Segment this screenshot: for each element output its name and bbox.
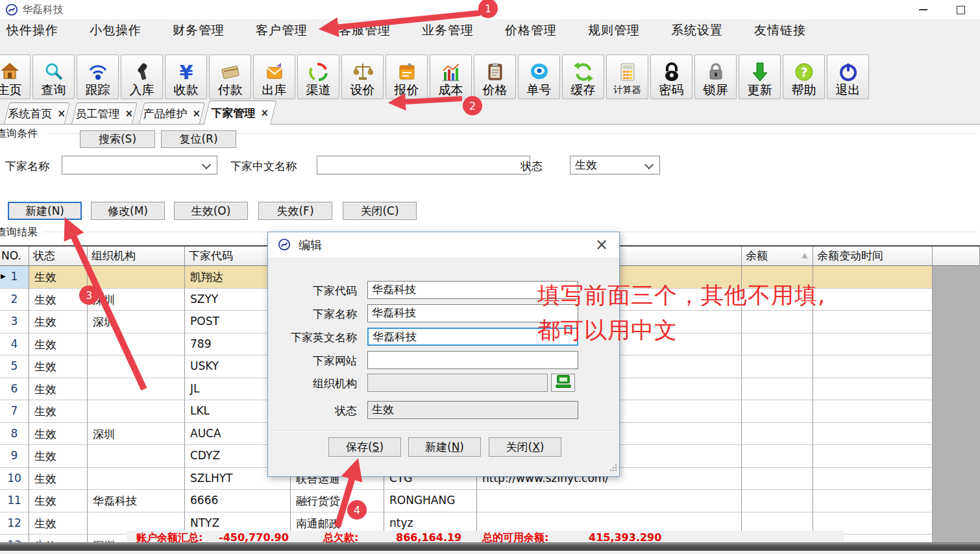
reset-button[interactable]: 复位(R) <box>161 130 236 148</box>
cell-status: 生效 <box>29 311 88 333</box>
status-combobox[interactable]: 生效 <box>570 156 660 175</box>
edit-dialog: 编辑 × 下家代码华磊科技下家名称华磊科技下家英文名称华磊科技下家网站组织机构状… <box>267 232 620 477</box>
column-header-org[interactable]: 组织机构 <box>88 247 185 266</box>
toolbar-button-label: 价格 <box>483 83 508 97</box>
cell-org <box>88 378 185 401</box>
tab-close-icon[interactable]: × <box>125 109 134 119</box>
bottom-scroll-bar[interactable] <box>0 542 980 551</box>
downstream-cn-name-input[interactable] <box>317 156 530 175</box>
search-button[interactable]: 搜索(S) <box>80 130 155 148</box>
action-button-0[interactable]: 新建(N) <box>8 202 82 220</box>
toolbar-button-6[interactable]: 出库 <box>253 54 295 99</box>
menu-item-7[interactable]: 规则管理 <box>588 22 640 39</box>
dialog-field-label-4: 组织机构 <box>269 376 357 391</box>
downstream-name-combobox[interactable] <box>62 156 217 175</box>
menu-item-1[interactable]: 小包操作 <box>90 22 141 39</box>
card-icon <box>220 61 241 83</box>
toolbar-button-9[interactable]: 报价 <box>386 54 428 99</box>
column-header-balance_time[interactable]: 余额变动时间 <box>813 247 933 266</box>
resize-grip-icon[interactable] <box>609 462 617 474</box>
channel-cycle-icon <box>308 61 329 83</box>
menu-item-6[interactable]: 价格管理 <box>505 22 557 39</box>
toolbar-button-2[interactable]: 跟踪 <box>77 54 119 99</box>
cell-status: 生效 <box>29 423 88 446</box>
column-header-balance[interactable]: 余额▲ <box>742 247 813 266</box>
tab-2[interactable]: 产品维护× <box>139 102 205 124</box>
toolbar-button-3[interactable]: 入库 <box>121 54 163 99</box>
home-icon <box>0 61 20 83</box>
current-row-marker: ▶ <box>1 272 6 280</box>
toolbar-button-16[interactable]: 锁屏 <box>694 54 737 99</box>
cell-status: 生效 <box>29 512 88 535</box>
tab-0[interactable]: 系统首页× <box>4 102 70 124</box>
action-button-1[interactable]: 修改(M) <box>91 202 165 220</box>
toolbar-button-5[interactable]: 付款 <box>209 54 251 99</box>
toolbar-button-12[interactable]: 单号 <box>518 54 560 99</box>
column-header-label: 状态 <box>33 249 55 262</box>
toolbar-button-label: 帮助 <box>792 83 816 97</box>
tab-label: 员工管理 <box>76 106 120 121</box>
column-header-status[interactable]: 状态 <box>29 247 88 266</box>
app-logo-icon <box>5 3 18 16</box>
toolbar-button-0[interactable]: 主页 <box>0 54 31 99</box>
cell-balance <box>742 468 813 490</box>
dialog-titlebar: 编辑 × <box>268 232 619 258</box>
dialog-field-input-5: 生效 <box>367 401 578 419</box>
downstream-cn-name-label: 下家中文名称 <box>230 159 297 174</box>
action-button-2[interactable]: 生效(O) <box>174 202 248 220</box>
menu-item-5[interactable]: 业务管理 <box>422 22 474 39</box>
table-row[interactable]: 11生效华磊科技6666融行货贷RONGHANG <box>0 490 980 512</box>
cell-org: 华磊科技 <box>88 490 185 512</box>
cell-no: 2 <box>0 289 29 311</box>
tab-3[interactable]: 下家管理× <box>203 101 276 125</box>
menu-item-4[interactable]: 客服管理 <box>339 22 391 39</box>
column-header-label: NO. <box>1 249 21 262</box>
toolbar-button-18[interactable]: ?帮助 <box>783 54 825 99</box>
tab-label: 下家管理 <box>212 106 256 121</box>
toolbar-button-4[interactable]: ¥收款 <box>165 54 207 99</box>
menu-item-9[interactable]: 友情链接 <box>754 22 806 39</box>
minimize-button[interactable] <box>909 0 938 19</box>
toolbar-button-11[interactable]: 价格 <box>474 54 516 99</box>
cost-chart-icon <box>441 61 461 83</box>
action-button-3[interactable]: 失效(F) <box>258 202 332 220</box>
dialog-field-input-3[interactable] <box>367 351 578 369</box>
toolbar-button-10[interactable]: 成本 <box>430 54 472 99</box>
toolbar-button-15[interactable]: 密码 <box>650 54 692 99</box>
dialog-close-button[interactable]: × <box>591 232 613 258</box>
cell-_filler <box>933 289 980 311</box>
column-header-no[interactable]: NO. <box>0 247 29 266</box>
org-picker-button[interactable] <box>551 374 575 392</box>
cell-balance_time <box>813 468 933 490</box>
toolbar-button-8[interactable]: 设价 <box>341 54 384 99</box>
tab-1[interactable]: 员工管理× <box>71 102 138 124</box>
downstream-name-label: 下家名称 <box>5 159 49 174</box>
query-group-label: 查询条件 <box>0 127 38 141</box>
toolbar-button-14[interactable]: 计算器 <box>606 54 648 99</box>
action-button-4[interactable]: 关闭(C) <box>343 202 417 220</box>
toolbar-button-17[interactable]: 更新 <box>739 54 781 99</box>
tab-close-icon[interactable]: × <box>58 109 66 119</box>
menu-item-8[interactable]: 系统设置 <box>671 22 723 39</box>
toolbar-button-7[interactable]: 渠道 <box>297 54 339 99</box>
toolbar-button-13[interactable]: 缓存 <box>562 54 604 99</box>
scale-icon <box>352 61 373 83</box>
cell-_filler <box>933 490 980 512</box>
toolbar-button-label: 成本 <box>439 83 463 97</box>
toolbar-button-1[interactable]: 查询 <box>32 54 75 99</box>
cell-status: 生效 <box>29 468 88 490</box>
refresh-icon <box>573 61 594 83</box>
toolbar-button-label: 收款 <box>174 83 199 97</box>
dialog-button-2[interactable]: 关闭(X) <box>489 437 561 457</box>
menu-item-0[interactable]: 快件操作 <box>6 22 58 39</box>
price-clipboard-icon <box>485 61 506 83</box>
menu-item-2[interactable]: 财务管理 <box>173 22 225 39</box>
maximize-button[interactable] <box>946 0 975 19</box>
menu-item-3[interactable]: 客户管理 <box>256 22 308 39</box>
toolbar-button-label: 缓存 <box>571 83 596 97</box>
dialog-button-1[interactable]: 新建(N) <box>408 437 481 457</box>
dialog-button-0[interactable]: 保存(S) <box>328 437 401 457</box>
toolbar-button-19[interactable]: 退出 <box>827 54 869 99</box>
tab-close-icon[interactable]: × <box>261 108 269 118</box>
tab-close-icon[interactable]: × <box>193 109 201 119</box>
